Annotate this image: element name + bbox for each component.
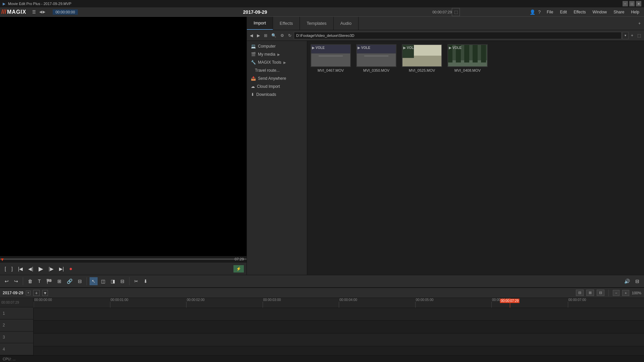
menu-hamburger[interactable]: ☰: [29, 8, 39, 16]
add-panel-btn[interactable]: +: [635, 17, 644, 30]
zoom-level: 100%: [632, 291, 641, 295]
sidebar-item-travel-route[interactable]: Travel route...: [247, 66, 307, 74]
fx-special-btn[interactable]: ⚡: [233, 265, 244, 273]
logo: /// MAGIX: [1, 8, 26, 15]
minimize-button[interactable]: −: [623, 1, 628, 6]
sidebar-item-downloads[interactable]: ⬇ Downloads: [247, 90, 307, 99]
grid-view-btn[interactable]: ⊟: [633, 277, 641, 285]
play-btn[interactable]: ▶: [37, 264, 45, 274]
import-search-btn[interactable]: 🔍: [270, 32, 278, 39]
sidebar-item-send-anywhere[interactable]: 📤 Send Anywhere: [247, 74, 307, 82]
timeline-close-btn[interactable]: ×: [26, 291, 31, 295]
file-thumb-1[interactable]: MVI_0467.MOV: [311, 44, 351, 72]
menu-window[interactable]: Window: [589, 8, 610, 16]
delete-btn[interactable]: 🗑: [26, 277, 35, 285]
window-title: Movie Edit Pro Plus - 2017-09-29.MVP: [8, 2, 71, 6]
tl-time-indicator: 00:00:07:29: [1, 301, 19, 304]
step-back-btn[interactable]: ◀|: [26, 265, 35, 273]
undo-btn[interactable]: ↩: [3, 277, 11, 285]
profile-btn[interactable]: 👤: [530, 9, 535, 15]
tl-ruler[interactable]: 00:00:00:0000:00:01:0000:00:02:0000:00:0…: [34, 298, 644, 308]
tl-view-single[interactable]: ⊟: [576, 290, 584, 296]
go-end-btn[interactable]: ▶|: [57, 265, 66, 273]
connect-btn[interactable]: 🔗: [65, 277, 74, 285]
progress-track: [0, 258, 247, 260]
step-fwd-btn[interactable]: |▶: [47, 265, 56, 273]
timecode-display[interactable]: 00:00:00:00: [53, 9, 77, 15]
marker-btn[interactable]: 🏁: [44, 277, 54, 285]
import-btn[interactable]: ⬇: [142, 277, 150, 285]
group-btn[interactable]: ⊟: [118, 277, 126, 285]
tl-view-dual[interactable]: ⊞: [586, 290, 594, 296]
import-path-dropdown[interactable]: ▾: [622, 32, 629, 39]
track-3: [34, 334, 644, 346]
nav-back-btn[interactable]: ◀: [39, 10, 42, 14]
close-button[interactable]: ✕: [636, 1, 641, 6]
file-label-4: MVI_0408.MOV: [454, 68, 481, 72]
import-grid-btn[interactable]: ⊞: [262, 32, 269, 39]
help-btn[interactable]: ?: [538, 9, 541, 15]
import-expand-btn[interactable]: ⬚: [636, 32, 643, 39]
file-thumb-2[interactable]: MVI_0350.MOV: [356, 44, 396, 72]
import-path-input[interactable]: [294, 32, 622, 39]
tab-audio[interactable]: Audio: [334, 17, 359, 30]
out-point-btn[interactable]: ]: [9, 265, 15, 273]
timeline-date: 2017-09-29: [3, 291, 23, 295]
send-icon: 📤: [251, 76, 256, 81]
menu-edit[interactable]: Edit: [556, 8, 570, 16]
menu-help[interactable]: Help: [628, 8, 643, 16]
status-text: CPU: ...: [3, 357, 16, 361]
in-point-btn[interactable]: [: [3, 265, 8, 273]
volume-btn[interactable]: 🔊: [622, 277, 632, 285]
preview-time-label: 07:29: [234, 257, 244, 261]
tl-view-multi[interactable]: ⊟: [597, 290, 604, 296]
record-btn[interactable]: ●: [67, 264, 74, 273]
my-media-arrow: ▶: [277, 53, 280, 56]
sidebar-item-magix-tools[interactable]: 🔧 MAGIX Tools ▶: [247, 58, 307, 66]
transport-bar: [ ] |◀ ◀| ▶ |▶ ▶| ● ⚡: [0, 262, 247, 275]
toolbar-sep-1: [23, 277, 23, 285]
preview-progress-bar[interactable]: ▼ 07:29: [0, 256, 247, 262]
cut-btn[interactable]: ✂: [132, 277, 140, 285]
file-thumb-4[interactable]: MVI_0408.MOV: [447, 44, 488, 72]
timeline-track-labels: 00:00:07:29 1 2 3 4 5: [0, 298, 34, 362]
tab-effects[interactable]: Effects: [273, 17, 300, 30]
timeline-dropdown-btn[interactable]: ▾: [42, 290, 48, 296]
import-back-btn[interactable]: ◀: [248, 32, 255, 39]
snap-btn[interactable]: ⊞: [55, 277, 63, 285]
tl-zoom-in[interactable]: +: [622, 290, 629, 296]
mouse-btn[interactable]: ↖: [90, 277, 98, 285]
cloud-icon: ☁: [251, 84, 255, 89]
import-fwd-btn[interactable]: ▶: [255, 32, 262, 39]
menu-share[interactable]: Share: [610, 8, 628, 16]
timeline-add-btn[interactable]: +: [33, 290, 39, 296]
menu-effects[interactable]: Effects: [570, 8, 589, 16]
thumb-img-2: [356, 44, 396, 67]
nav-fwd-btn[interactable]: ▶: [43, 10, 45, 14]
import-add-folder-btn[interactable]: +: [629, 32, 635, 39]
tab-templates[interactable]: Templates: [300, 17, 333, 30]
tab-import[interactable]: Import: [247, 17, 273, 30]
menu-file[interactable]: File: [543, 8, 556, 16]
sidebar-item-computer[interactable]: 💻 Computer: [247, 42, 307, 50]
file-thumb-3[interactable]: MVI_0525.MOV: [402, 44, 442, 72]
import-refresh-btn[interactable]: ↻: [286, 32, 293, 39]
text-btn[interactable]: T: [36, 277, 43, 285]
computer-icon: 💻: [251, 44, 256, 49]
split-btn[interactable]: ◨: [109, 277, 117, 285]
tl-zoom-out[interactable]: −: [613, 290, 620, 296]
go-start-btn[interactable]: |◀: [16, 265, 25, 273]
import-content: 💻 Computer 🎬 My media ▶ 🔧 MAGIX Tools ▶ …: [247, 41, 644, 275]
maximize-button[interactable]: □: [629, 1, 635, 6]
disconnect-btn[interactable]: ⊟: [76, 277, 84, 285]
timeline-body: 00:00:07:29 1 2 3 4 5 00:00:00:0000:00:0…: [0, 298, 644, 362]
trim-btn[interactable]: ◫: [99, 277, 107, 285]
toolbar-sep-2: [87, 277, 87, 285]
right-panel-tabs: Import Effects Templates Audio +: [247, 17, 644, 30]
sidebar-item-my-media[interactable]: 🎬 My media ▶: [247, 50, 307, 58]
sidebar-item-cloud-import[interactable]: ☁ Cloud Import: [247, 82, 307, 90]
redo-btn[interactable]: ↪: [12, 277, 20, 285]
expand-btn[interactable]: ⬚: [452, 8, 460, 16]
import-settings-btn[interactable]: ⚙: [279, 32, 286, 39]
tl-ruler-label-area: 00:00:07:29: [0, 298, 33, 307]
